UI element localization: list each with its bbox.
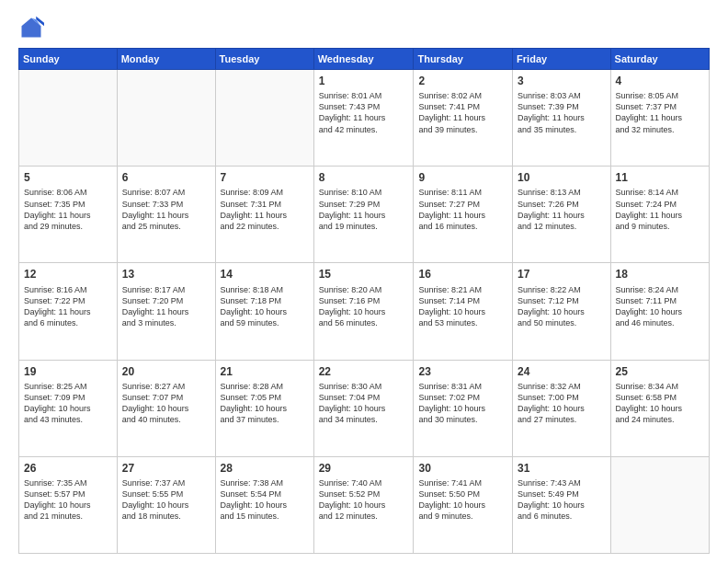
day-info: Sunrise: 8:17 AM Sunset: 7:20 PM Dayligh… (122, 284, 210, 329)
logo-icon (18, 15, 44, 40)
table-row: 21Sunrise: 8:28 AM Sunset: 7:05 PM Dayli… (215, 360, 313, 456)
table-row: 16Sunrise: 8:21 AM Sunset: 7:14 PM Dayli… (414, 263, 513, 360)
day-info: Sunrise: 8:06 AM Sunset: 7:35 PM Dayligh… (24, 187, 112, 232)
table-row: 30Sunrise: 7:41 AM Sunset: 5:50 PM Dayli… (414, 456, 513, 553)
table-row: 7Sunrise: 8:09 AM Sunset: 7:31 PM Daylig… (215, 167, 313, 263)
table-row: 18Sunrise: 8:24 AM Sunset: 7:11 PM Dayli… (610, 263, 709, 360)
calendar-header-row: Sunday Monday Tuesday Wednesday Thursday… (19, 49, 710, 70)
table-row: 6Sunrise: 8:07 AM Sunset: 7:33 PM Daylig… (117, 167, 215, 263)
logo (18, 15, 48, 40)
table-row: 2Sunrise: 8:02 AM Sunset: 7:41 PM Daylig… (414, 70, 513, 167)
calendar-table: Sunday Monday Tuesday Wednesday Thursday… (18, 48, 710, 554)
calendar-week-4: 26Sunrise: 7:35 AM Sunset: 5:57 PM Dayli… (19, 456, 710, 553)
day-number: 1 (319, 74, 409, 88)
day-info: Sunrise: 8:14 AM Sunset: 7:24 PM Dayligh… (616, 187, 704, 232)
day-number: 30 (418, 461, 507, 476)
table-row: 31Sunrise: 7:43 AM Sunset: 5:49 PM Dayli… (513, 456, 610, 553)
day-info: Sunrise: 7:38 AM Sunset: 5:54 PM Dayligh… (221, 477, 309, 523)
day-number: 26 (24, 461, 112, 476)
table-row: 11Sunrise: 8:14 AM Sunset: 7:24 PM Dayli… (610, 167, 709, 263)
table-row: 1Sunrise: 8:01 AM Sunset: 7:43 PM Daylig… (313, 70, 414, 167)
day-info: Sunrise: 8:10 AM Sunset: 7:29 PM Dayligh… (319, 187, 409, 232)
day-info: Sunrise: 8:01 AM Sunset: 7:43 PM Dayligh… (319, 90, 409, 135)
day-number: 16 (418, 267, 507, 282)
day-number: 10 (518, 170, 605, 185)
header (18, 15, 710, 40)
day-info: Sunrise: 8:25 AM Sunset: 7:09 PM Dayligh… (24, 381, 112, 426)
day-number: 3 (518, 74, 605, 88)
col-tuesday: Tuesday (215, 49, 313, 70)
day-info: Sunrise: 8:03 AM Sunset: 7:39 PM Dayligh… (518, 90, 605, 135)
col-friday: Friday (513, 49, 610, 70)
col-thursday: Thursday (414, 49, 513, 70)
day-info: Sunrise: 8:34 AM Sunset: 6:58 PM Dayligh… (616, 381, 704, 426)
day-info: Sunrise: 8:11 AM Sunset: 7:27 PM Dayligh… (418, 187, 507, 232)
col-wednesday: Wednesday (313, 49, 414, 70)
day-info: Sunrise: 8:02 AM Sunset: 7:41 PM Dayligh… (418, 90, 507, 135)
day-info: Sunrise: 7:37 AM Sunset: 5:55 PM Dayligh… (122, 477, 210, 523)
col-saturday: Saturday (610, 49, 709, 70)
day-number: 23 (418, 364, 507, 379)
table-row: 27Sunrise: 7:37 AM Sunset: 5:55 PM Dayli… (117, 456, 215, 553)
day-number: 15 (319, 267, 409, 282)
day-info: Sunrise: 8:09 AM Sunset: 7:31 PM Dayligh… (221, 187, 309, 232)
table-row: 14Sunrise: 8:18 AM Sunset: 7:18 PM Dayli… (215, 263, 313, 360)
day-number: 14 (221, 267, 309, 282)
page: Sunday Monday Tuesday Wednesday Thursday… (0, 0, 728, 563)
table-row: 3Sunrise: 8:03 AM Sunset: 7:39 PM Daylig… (513, 70, 610, 167)
day-number: 17 (518, 267, 605, 282)
day-number: 12 (24, 267, 112, 282)
day-info: Sunrise: 8:30 AM Sunset: 7:04 PM Dayligh… (319, 381, 409, 426)
day-info: Sunrise: 8:18 AM Sunset: 7:18 PM Dayligh… (221, 284, 309, 329)
day-number: 29 (319, 461, 409, 476)
calendar-week-3: 19Sunrise: 8:25 AM Sunset: 7:09 PM Dayli… (19, 360, 710, 456)
table-row: 4Sunrise: 8:05 AM Sunset: 7:37 PM Daylig… (610, 70, 709, 167)
day-number: 21 (221, 364, 309, 379)
table-row (215, 70, 313, 167)
day-info: Sunrise: 8:20 AM Sunset: 7:16 PM Dayligh… (319, 284, 409, 329)
day-info: Sunrise: 8:31 AM Sunset: 7:02 PM Dayligh… (418, 381, 507, 426)
table-row: 9Sunrise: 8:11 AM Sunset: 7:27 PM Daylig… (414, 167, 513, 263)
day-number: 6 (122, 170, 210, 185)
day-number: 18 (616, 267, 704, 282)
day-info: Sunrise: 8:32 AM Sunset: 7:00 PM Dayligh… (518, 381, 605, 426)
table-row: 5Sunrise: 8:06 AM Sunset: 7:35 PM Daylig… (19, 167, 118, 263)
calendar-week-2: 12Sunrise: 8:16 AM Sunset: 7:22 PM Dayli… (19, 263, 710, 360)
day-number: 27 (122, 461, 210, 476)
day-number: 7 (221, 170, 309, 185)
calendar-body: 1Sunrise: 8:01 AM Sunset: 7:43 PM Daylig… (19, 70, 710, 554)
table-row: 15Sunrise: 8:20 AM Sunset: 7:16 PM Dayli… (313, 263, 414, 360)
table-row (117, 70, 215, 167)
day-info: Sunrise: 8:24 AM Sunset: 7:11 PM Dayligh… (616, 284, 704, 329)
day-info: Sunrise: 8:22 AM Sunset: 7:12 PM Dayligh… (518, 284, 605, 329)
day-number: 9 (418, 170, 507, 185)
day-number: 20 (122, 364, 210, 379)
day-info: Sunrise: 7:35 AM Sunset: 5:57 PM Dayligh… (24, 477, 112, 523)
table-row: 8Sunrise: 8:10 AM Sunset: 7:29 PM Daylig… (313, 167, 414, 263)
calendar-week-1: 5Sunrise: 8:06 AM Sunset: 7:35 PM Daylig… (19, 167, 710, 263)
day-info: Sunrise: 7:43 AM Sunset: 5:49 PM Dayligh… (518, 477, 605, 523)
table-row: 26Sunrise: 7:35 AM Sunset: 5:57 PM Dayli… (19, 456, 118, 553)
table-row: 10Sunrise: 8:13 AM Sunset: 7:26 PM Dayli… (513, 167, 610, 263)
table-row: 29Sunrise: 7:40 AM Sunset: 5:52 PM Dayli… (313, 456, 414, 553)
day-info: Sunrise: 8:28 AM Sunset: 7:05 PM Dayligh… (221, 381, 309, 426)
day-number: 31 (518, 461, 605, 476)
day-info: Sunrise: 8:13 AM Sunset: 7:26 PM Dayligh… (518, 187, 605, 232)
day-info: Sunrise: 7:40 AM Sunset: 5:52 PM Dayligh… (319, 477, 409, 523)
table-row: 28Sunrise: 7:38 AM Sunset: 5:54 PM Dayli… (215, 456, 313, 553)
day-number: 28 (221, 461, 309, 476)
day-number: 25 (616, 364, 704, 379)
table-row: 12Sunrise: 8:16 AM Sunset: 7:22 PM Dayli… (19, 263, 118, 360)
table-row: 17Sunrise: 8:22 AM Sunset: 7:12 PM Dayli… (513, 263, 610, 360)
day-number: 13 (122, 267, 210, 282)
day-number: 4 (616, 74, 704, 88)
day-number: 22 (319, 364, 409, 379)
table-row: 20Sunrise: 8:27 AM Sunset: 7:07 PM Dayli… (117, 360, 215, 456)
table-row: 19Sunrise: 8:25 AM Sunset: 7:09 PM Dayli… (19, 360, 118, 456)
day-info: Sunrise: 8:21 AM Sunset: 7:14 PM Dayligh… (418, 284, 507, 329)
col-sunday: Sunday (19, 49, 118, 70)
day-info: Sunrise: 8:16 AM Sunset: 7:22 PM Dayligh… (24, 284, 112, 329)
table-row: 22Sunrise: 8:30 AM Sunset: 7:04 PM Dayli… (313, 360, 414, 456)
day-number: 24 (518, 364, 605, 379)
table-row (19, 70, 118, 167)
